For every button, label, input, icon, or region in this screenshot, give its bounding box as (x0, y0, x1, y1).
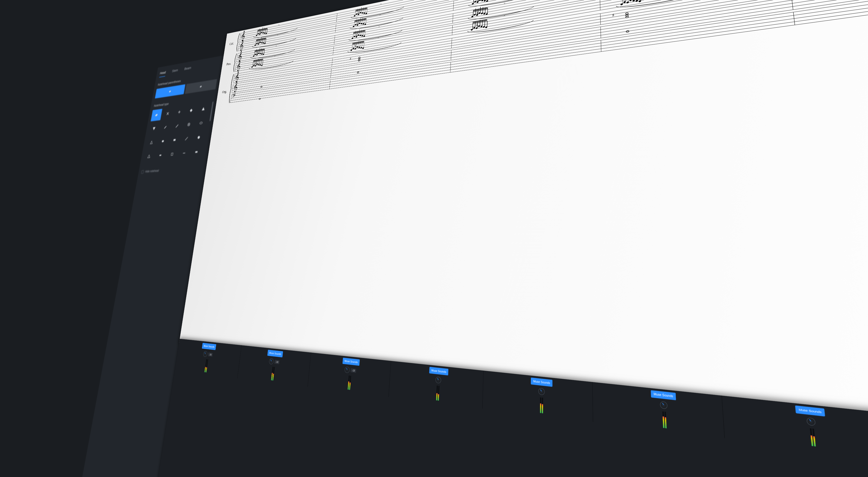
notehead-type-line[interactable] (178, 147, 190, 160)
mixer-channel: Muse Sounds-26 (175, 339, 242, 378)
hide-notehead-row[interactable]: Hide notehead (141, 165, 204, 173)
parentheses-none-button[interactable] (155, 84, 185, 99)
level-meter (662, 411, 666, 428)
notehead-type-triangle-down[interactable] (148, 122, 160, 135)
mixer-channel: Muse Sounds-18 (239, 345, 311, 387)
notehead-type-grid (143, 102, 210, 163)
svg-rect-6 (159, 155, 161, 156)
db-value[interactable]: -18 (351, 368, 356, 373)
notehead-type-oval[interactable] (195, 116, 208, 130)
notehead-type-ti[interactable] (154, 149, 166, 162)
notehead-type-rect[interactable] (190, 146, 203, 159)
pan-knob[interactable] (660, 401, 668, 410)
sound-select-button[interactable]: Muse Sounds (268, 350, 283, 357)
level-meter (271, 367, 275, 381)
notehead-type-sol[interactable] (192, 131, 205, 144)
notehead-type-mi[interactable] (168, 133, 181, 147)
notehead-type-circle-x[interactable] (183, 118, 195, 131)
svg-point-0 (155, 114, 158, 117)
pan-row (806, 417, 816, 426)
svg-point-3 (162, 140, 164, 142)
pan-knob[interactable] (203, 351, 208, 357)
pan-knob[interactable] (344, 366, 350, 373)
db-value[interactable]: -18 (275, 360, 280, 364)
tab-stem[interactable]: Stem (172, 68, 179, 75)
svg-rect-8 (195, 151, 198, 153)
pan-row: -18 (344, 366, 356, 374)
mixer-channel: Muse Sounds-18 (311, 353, 391, 397)
notehead-type-fa[interactable] (180, 132, 193, 145)
tab-beam[interactable]: Beam (184, 66, 192, 73)
instrument-label-cel: Cel. (229, 41, 234, 46)
level-meter (540, 398, 543, 413)
hide-notehead-checkbox[interactable] (141, 170, 144, 173)
notehead-type-scrollbar[interactable] (210, 102, 214, 121)
notehead-type-re[interactable] (157, 135, 169, 148)
svg-rect-4 (174, 139, 176, 141)
pan-knob[interactable] (538, 388, 545, 395)
svg-rect-7 (171, 153, 173, 155)
notehead-type-cross[interactable] (162, 107, 174, 120)
pan-row (538, 388, 545, 395)
svg-point-2 (200, 122, 203, 124)
tab-head[interactable]: Head (159, 70, 166, 77)
sound-select-button[interactable]: Muse Sounds (202, 343, 216, 350)
notehead-type-do[interactable] (146, 136, 157, 149)
parentheses-on-button[interactable] (185, 79, 217, 94)
pan-row: -26 (203, 351, 213, 358)
notehead-type-slash-hollow[interactable] (159, 121, 171, 134)
level-meter (810, 428, 816, 447)
db-value[interactable]: -26 (208, 352, 213, 357)
notehead-type-triangle-up[interactable] (197, 102, 210, 116)
pan-knob[interactable] (435, 376, 441, 384)
sound-select-button[interactable]: Muse Sounds (343, 358, 360, 366)
sound-select-button[interactable]: Muse Sounds (430, 367, 448, 375)
notehead-type-diamond[interactable] (185, 104, 197, 117)
pan-row (660, 401, 668, 410)
notehead-type-slash[interactable] (171, 120, 183, 132)
notehead-type-normal[interactable] (151, 109, 162, 121)
instrument-label-pno: Pno. (226, 62, 231, 66)
mixer-channel: Muse Sounds (396, 361, 484, 409)
hide-notehead-label: Hide notehead (145, 169, 159, 173)
level-meter (348, 376, 351, 390)
level-meter (205, 359, 208, 373)
pan-row (435, 376, 441, 384)
notehead-type-square[interactable] (166, 148, 178, 161)
notehead-type-plus[interactable] (173, 105, 185, 119)
svg-point-5 (198, 136, 200, 139)
instrument-label-org: Org. (222, 90, 227, 94)
notehead-type-la[interactable] (143, 150, 155, 162)
level-meter (436, 386, 439, 401)
pan-knob[interactable] (269, 358, 274, 364)
pan-row: -18 (269, 358, 280, 365)
pan-knob[interactable] (806, 417, 816, 426)
